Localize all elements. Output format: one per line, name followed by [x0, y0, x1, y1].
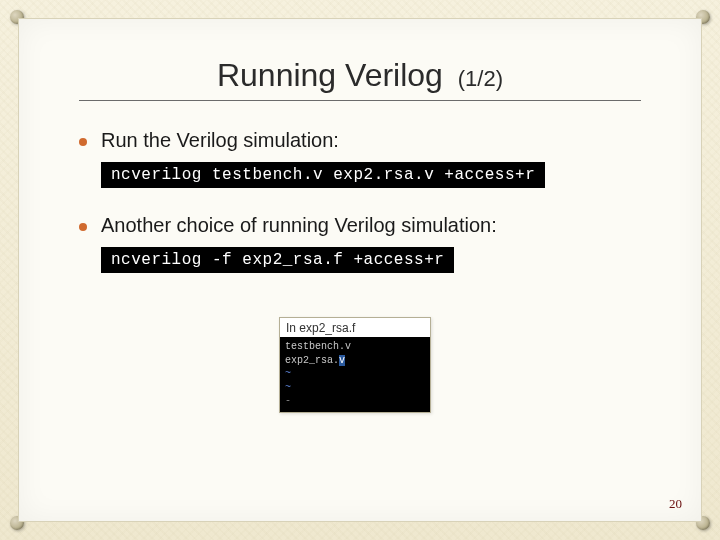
bullet-item: Another choice of running Verilog simula…: [79, 214, 641, 237]
bullet-dot-icon: [79, 223, 87, 231]
bullet-text: Run the Verilog simulation:: [101, 129, 339, 152]
slide-inner: Running Verilog (1/2) Run the Verilog si…: [18, 18, 702, 522]
file-line: ~: [285, 367, 425, 381]
file-line: ~: [285, 381, 425, 395]
slide-title: Running Verilog (1/2): [79, 57, 641, 94]
slide: Running Verilog (1/2) Run the Verilog si…: [0, 0, 720, 540]
file-line: testbench.v: [285, 340, 425, 354]
file-line: -: [285, 394, 425, 408]
page-number: 20: [669, 496, 682, 512]
bullet-item: Run the Verilog simulation:: [79, 129, 641, 152]
filebox-header: In exp2_rsa.f: [280, 318, 430, 337]
title-sub: (1/2): [458, 66, 503, 91]
filebox-body: testbench.v exp2_rsa.v ~ ~ -: [280, 337, 430, 412]
bullet-dot-icon: [79, 138, 87, 146]
bullet-text: Another choice of running Verilog simula…: [101, 214, 497, 237]
file-line: exp2_rsa.v: [285, 354, 425, 368]
code-block: ncverilog -f exp2_rsa.f +access+r: [101, 247, 454, 273]
title-divider: [79, 100, 641, 101]
file-content-box: In exp2_rsa.f testbench.v exp2_rsa.v ~ ~…: [279, 317, 431, 413]
title-main: Running Verilog: [217, 57, 443, 93]
code-block: ncverilog testbench.v exp2.rsa.v +access…: [101, 162, 545, 188]
